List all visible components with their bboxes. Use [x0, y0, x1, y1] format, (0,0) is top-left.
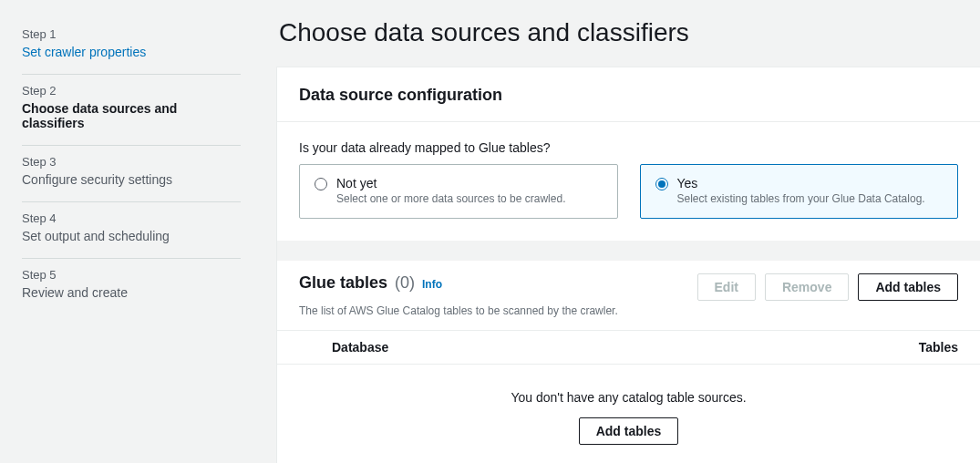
column-database: Database [332, 340, 885, 355]
step-2: Step 2 Choose data sources and classifie… [22, 74, 241, 145]
step-number: Step 2 [22, 84, 241, 98]
option-label: Not yet [336, 176, 565, 190]
info-link[interactable]: Info [422, 278, 442, 291]
empty-state: You don't have any catalog table sources… [277, 365, 980, 463]
step-4: Step 4 Set output and scheduling [22, 201, 241, 258]
step-title: Review and create [22, 285, 241, 300]
column-select [299, 340, 332, 355]
empty-message: You don't have any catalog table sources… [277, 390, 980, 405]
step-number: Step 1 [22, 27, 241, 41]
radio-icon [315, 178, 327, 190]
step-title: Choose data sources and classifiers [22, 101, 241, 130]
panel-title: Data source configuration [299, 86, 958, 105]
step-3: Step 3 Configure security settings [22, 145, 241, 201]
step-title[interactable]: Set crawler properties [22, 45, 241, 59]
remove-button: Remove [765, 273, 849, 301]
table-header-row: Database Tables [277, 330, 980, 365]
panel-header: Data source configuration [277, 67, 980, 122]
column-tables: Tables [885, 340, 958, 355]
step-5: Step 5 Review and create [22, 258, 241, 314]
step-number: Step 3 [22, 155, 241, 169]
section-divider [277, 241, 980, 261]
wizard-steps: Step 1 Set crawler properties Step 2 Cho… [22, 18, 241, 463]
page-title: Choose data sources and classifiers [279, 18, 980, 47]
mapping-question: Is your data already mapped to Glue tabl… [299, 140, 958, 155]
glue-tables-desc: The list of AWS Glue Catalog tables to b… [277, 304, 980, 330]
glue-tables-title: Glue tables [299, 273, 387, 293]
glue-tables-actions: Edit Remove Add tables [697, 273, 959, 301]
step-title: Set output and scheduling [22, 229, 241, 243]
add-tables-button-empty[interactable]: Add tables [579, 417, 679, 445]
option-not-yet[interactable]: Not yet Select one or more data sources … [299, 164, 618, 219]
step-1[interactable]: Step 1 Set crawler properties [22, 18, 241, 74]
option-label: Yes [677, 176, 925, 190]
main-column: Choose data sources and classifiers Data… [277, 18, 980, 463]
step-number: Step 5 [22, 268, 241, 282]
option-yes[interactable]: Yes Select existing tables from your Glu… [640, 164, 959, 219]
data-source-panel: Data source configuration Is your data a… [277, 67, 980, 463]
option-desc: Select existing tables from your Glue Da… [677, 192, 925, 205]
glue-tables-count: (0) [395, 273, 415, 293]
glue-tables-panel: Glue tables (0) Info Edit Remove Add tab… [277, 261, 980, 463]
step-title: Configure security settings [22, 172, 241, 187]
radio-icon [655, 178, 668, 190]
edit-button: Edit [697, 273, 756, 301]
step-number: Step 4 [22, 211, 241, 225]
add-tables-button[interactable]: Add tables [858, 273, 958, 301]
option-desc: Select one or more data sources to be cr… [336, 192, 565, 205]
mapping-options: Not yet Select one or more data sources … [299, 164, 958, 219]
